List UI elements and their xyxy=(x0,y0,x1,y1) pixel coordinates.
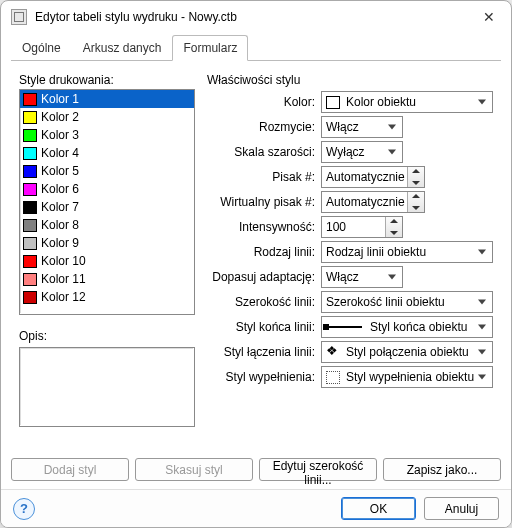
intensity-input[interactable] xyxy=(326,217,384,237)
color-value: Kolor obiektu xyxy=(346,95,488,109)
lineweight-label: Szerokość linii: xyxy=(207,295,315,309)
line-join-icon xyxy=(326,345,340,359)
list-item-label: Kolor 6 xyxy=(41,182,79,196)
edit-lineweights-button[interactable]: Edytuj szerokość linii... xyxy=(259,458,377,481)
titlebar: Edytor tabeli stylu wydruku - Nowy.ctb ✕ xyxy=(1,1,511,33)
properties-rows: Kolor: Kolor obiektu Rozmycie: W xyxy=(207,91,493,388)
endstyle-combo[interactable]: Styl końca obiektu xyxy=(321,316,493,338)
list-item-label: Kolor 12 xyxy=(41,290,86,304)
list-item[interactable]: Kolor 7 xyxy=(20,198,194,216)
chevron-up-icon[interactable] xyxy=(412,169,420,173)
color-swatch-icon xyxy=(23,219,37,232)
tab-form[interactable]: Formularz xyxy=(172,35,248,61)
right-column: Właściwości stylu Kolor: Kolor obiektu R… xyxy=(207,73,493,440)
grayscale-combo[interactable]: Wyłącz xyxy=(321,141,403,163)
virtual-pen-spin[interactable]: Automatycznie xyxy=(321,191,425,213)
list-item[interactable]: Kolor 1 xyxy=(20,90,194,108)
pen-spin[interactable]: Automatycznie xyxy=(321,166,425,188)
color-swatch-icon xyxy=(23,255,37,268)
pen-label: Pisak #: xyxy=(207,170,315,184)
chevron-down-icon[interactable] xyxy=(390,231,398,235)
list-item[interactable]: Kolor 5 xyxy=(20,162,194,180)
dither-label: Rozmycie: xyxy=(207,120,315,134)
linetype-combo[interactable]: Rodzaj linii obiektu xyxy=(321,241,493,263)
fillstyle-value: Styl wypełnienia obiektu xyxy=(346,370,488,384)
virtual-pen-label: Wirtualny pisak #: xyxy=(207,195,315,209)
intensity-spin[interactable] xyxy=(321,216,403,238)
grayscale-label: Skala szarości: xyxy=(207,145,315,159)
adaptive-label: Dopasuj adaptację: xyxy=(207,270,315,284)
close-icon[interactable]: ✕ xyxy=(477,7,501,27)
dither-value: Włącz xyxy=(326,120,398,134)
chevron-up-icon[interactable] xyxy=(390,219,398,223)
window-title: Edytor tabeli stylu wydruku - Nowy.ctb xyxy=(35,10,477,24)
endstyle-label: Styl końca linii: xyxy=(207,320,315,334)
description-label: Opis: xyxy=(19,329,195,343)
tab-strip: Ogólne Arkusz danych Formularz xyxy=(11,35,501,61)
tab-data-sheet[interactable]: Arkusz danych xyxy=(72,35,173,61)
plot-styles-list[interactable]: Kolor 1Kolor 2Kolor 3Kolor 4Kolor 5Kolor… xyxy=(19,89,195,315)
color-swatch-icon xyxy=(23,147,37,160)
list-item-label: Kolor 5 xyxy=(41,164,79,178)
dialog-window: Edytor tabeli stylu wydruku - Nowy.ctb ✕… xyxy=(0,0,512,528)
list-item[interactable]: Kolor 12 xyxy=(20,288,194,306)
add-style-button: Dodaj styl xyxy=(11,458,129,481)
list-item-label: Kolor 2 xyxy=(41,110,79,124)
fillstyle-label: Styl wypełnienia: xyxy=(207,370,315,384)
chevron-up-icon[interactable] xyxy=(412,194,420,198)
color-label: Kolor: xyxy=(207,95,315,109)
list-item[interactable]: Kolor 2 xyxy=(20,108,194,126)
list-item-label: Kolor 3 xyxy=(41,128,79,142)
lineweight-combo[interactable]: Szerokość linii obiektu xyxy=(321,291,493,313)
linetype-value: Rodzaj linii obiektu xyxy=(326,245,488,259)
app-icon xyxy=(11,9,27,25)
color-swatch-icon xyxy=(23,129,37,142)
color-swatch-icon xyxy=(23,111,37,124)
color-swatch-icon xyxy=(23,273,37,286)
joinstyle-value: Styl połączenia obiektu xyxy=(346,345,488,359)
list-item-label: Kolor 4 xyxy=(41,146,79,160)
tab-general[interactable]: Ogólne xyxy=(11,35,72,61)
save-as-button[interactable]: Zapisz jako... xyxy=(383,458,501,481)
dither-combo[interactable]: Włącz xyxy=(321,116,403,138)
fillstyle-combo[interactable]: Styl wypełnienia obiektu xyxy=(321,366,493,388)
linetype-label: Rodzaj linii: xyxy=(207,245,315,259)
color-swatch-icon xyxy=(23,291,37,304)
list-item-label: Kolor 1 xyxy=(41,92,79,106)
pen-value: Automatycznie xyxy=(326,170,406,184)
list-item[interactable]: Kolor 11 xyxy=(20,270,194,288)
help-icon[interactable]: ? xyxy=(13,498,35,520)
joinstyle-combo[interactable]: Styl połączenia obiektu xyxy=(321,341,493,363)
list-item-label: Kolor 7 xyxy=(41,200,79,214)
left-column: Style drukowania: Kolor 1Kolor 2Kolor 3K… xyxy=(19,73,195,440)
description-field[interactable] xyxy=(19,347,195,427)
list-item-label: Kolor 11 xyxy=(41,272,86,286)
virtual-pen-value: Automatycznie xyxy=(326,195,406,209)
list-item[interactable]: Kolor 8 xyxy=(20,216,194,234)
chevron-down-icon[interactable] xyxy=(412,181,420,185)
adaptive-value: Włącz xyxy=(326,270,398,284)
list-item[interactable]: Kolor 3 xyxy=(20,126,194,144)
endstyle-value: Styl końca obiektu xyxy=(370,320,488,334)
dialog-footer: ? OK Anuluj xyxy=(1,489,511,527)
adaptive-combo[interactable]: Włącz xyxy=(321,266,403,288)
color-combo[interactable]: Kolor obiektu xyxy=(321,91,493,113)
fill-style-icon xyxy=(326,371,340,384)
list-item[interactable]: Kolor 10 xyxy=(20,252,194,270)
list-item[interactable]: Kolor 4 xyxy=(20,144,194,162)
tab-page-form: Style drukowania: Kolor 1Kolor 2Kolor 3K… xyxy=(11,61,501,444)
list-item-label: Kolor 9 xyxy=(41,236,79,250)
line-end-icon xyxy=(326,326,362,328)
color-swatch-icon xyxy=(23,183,37,196)
delete-style-button: Skasuj styl xyxy=(135,458,253,481)
grayscale-value: Wyłącz xyxy=(326,145,398,159)
list-item[interactable]: Kolor 9 xyxy=(20,234,194,252)
cancel-button[interactable]: Anuluj xyxy=(424,497,499,520)
chevron-down-icon[interactable] xyxy=(412,206,420,210)
color-swatch-icon xyxy=(326,96,340,109)
list-item[interactable]: Kolor 6 xyxy=(20,180,194,198)
lineweight-value: Szerokość linii obiektu xyxy=(326,295,488,309)
joinstyle-label: Styl łączenia linii: xyxy=(207,345,315,359)
ok-button[interactable]: OK xyxy=(341,497,416,520)
action-button-row: Dodaj styl Skasuj styl Edytuj szerokość … xyxy=(11,458,501,481)
